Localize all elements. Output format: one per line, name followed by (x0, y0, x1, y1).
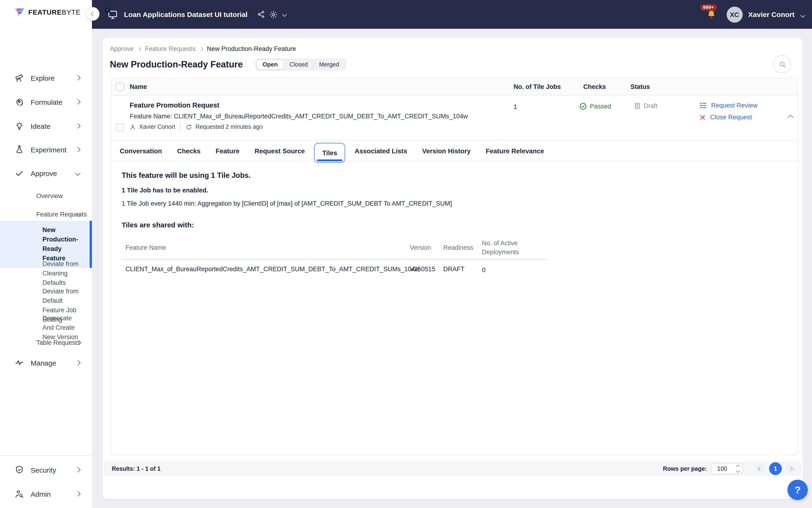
tab-conversation[interactable]: Conversation (112, 140, 170, 161)
sidebar-item-ideate[interactable]: Ideate (0, 119, 92, 133)
sidebar-item-experiment[interactable]: Experiment (0, 142, 92, 157)
table-header-row: Name No. of Tile Jobs Checks Status (111, 78, 798, 95)
select-chevrons-icon (736, 466, 739, 472)
project-title: Loan Applications Dataset UI tutorial (124, 10, 247, 18)
tabs-bar: Conversation Checks Feature Request Sour… (111, 140, 798, 161)
sidebar-item-formulate[interactable]: Formulate (0, 95, 92, 109)
user-avatar[interactable]: XC (726, 6, 742, 23)
close-request-button[interactable]: Close Request (699, 114, 758, 121)
sidebar-item-table-requests[interactable]: Table Requests (0, 336, 92, 348)
user-menu-chevron-icon[interactable] (801, 10, 805, 18)
checkmark-icon (15, 168, 24, 178)
request-state-filter: Open Closed Merged (255, 58, 346, 71)
current-page-button[interactable]: 1 (769, 462, 782, 475)
row-checkbox[interactable] (116, 124, 124, 132)
column-status: Status (630, 83, 650, 90)
refresh-icon (186, 124, 192, 130)
request-detail-panel: Conversation Checks Feature Request Sour… (111, 140, 798, 455)
checks-value: Passed (579, 102, 611, 111)
sidebar-item-admin[interactable]: Admin (0, 487, 92, 501)
x-icon (699, 114, 706, 121)
tab-tiles[interactable]: Tiles (314, 143, 345, 163)
chevron-down-icon (75, 171, 81, 176)
featurebyte-logo-icon (14, 7, 26, 18)
row-actions: Request Review Close Request (699, 101, 758, 121)
environment-selector[interactable]: ✓ Loan Applications Dataset UI tutorial (107, 9, 251, 19)
request-title: Feature Promotion Request (130, 101, 219, 109)
sidebar-item-manage[interactable]: Manage (0, 356, 92, 370)
results-count: Results: 1 - 1 of 1 (112, 465, 161, 472)
shared-deployments: 0 (482, 265, 532, 274)
filter-closed[interactable]: Closed (284, 60, 314, 69)
rows-per-page-select[interactable]: 100 (711, 463, 743, 474)
chevron-right-icon (75, 75, 81, 81)
column-checks: Checks (583, 83, 606, 90)
column-version: Version (410, 244, 431, 251)
sidebar-item-security[interactable]: Security (0, 463, 92, 477)
previous-page-button[interactable] (755, 464, 765, 473)
table-footer: Results: 1 - 1 of 1 Rows per page: 100 1 (105, 462, 801, 475)
chevron-right-icon (75, 360, 81, 366)
chevron-right-icon (75, 123, 81, 129)
lightbulb-icon (15, 121, 24, 131)
request-meta: Xavier Conort Requested 2 minutes ago (130, 124, 263, 130)
tile-job-schedule: 1 Tile Job every 1440 min: Aggregation b… (122, 200, 787, 207)
chevron-right-icon (75, 99, 81, 105)
tab-feature-relevance[interactable]: Feature Relevance (478, 140, 551, 161)
tab-request-source[interactable]: Request Source (247, 140, 312, 161)
tile-jobs-value: 1 (513, 103, 517, 111)
featurebyte-logo[interactable]: FEATUREBYTE (14, 7, 81, 18)
shared-table-row: CLIENT_Max_of_BureauReportedCredits_AMT_… (122, 260, 548, 277)
help-button[interactable]: ? (787, 480, 808, 500)
tab-version-history[interactable]: Version History (415, 140, 478, 161)
sidebar-item-overview[interactable]: Overview (0, 189, 92, 202)
tiles-shared-heading: Tiles are shared with: (122, 221, 787, 229)
checklist-icon (699, 101, 707, 109)
topbar: ✓ Loan Applications Dataset UI tutorial … (92, 0, 812, 29)
status-value: Draft (634, 102, 658, 110)
tab-feature[interactable]: Feature (208, 140, 247, 161)
breadcrumb-current: New Production-Ready Feature (207, 45, 296, 52)
breadcrumb-feature-requests[interactable]: Feature Requests (145, 45, 196, 52)
sidebar-item-approve[interactable]: Approve (0, 166, 92, 180)
sidebar-divider (0, 455, 92, 456)
draft-document-icon (634, 102, 641, 110)
chevron-right-icon (75, 147, 81, 152)
sidebar-item-explore[interactable]: Explore (0, 71, 92, 85)
tab-associated-lists[interactable]: Associated Lists (347, 140, 415, 161)
shared-version: V250515 (410, 265, 435, 272)
sidebar-item-feature-requests[interactable]: Feature Requests (0, 208, 92, 220)
bell-icon (706, 9, 716, 19)
column-active-deployments: No. of Active Deployments (482, 239, 532, 257)
activity-pulse-icon (15, 358, 24, 368)
meta-divider (180, 124, 181, 130)
request-review-button[interactable]: Request Review (699, 101, 758, 109)
breadcrumb: Approve Feature Requests New Production-… (110, 45, 296, 52)
shared-feature-name: CLIENT_Max_of_BureauReportedCredits_AMT_… (126, 265, 419, 272)
page-title: New Production-Ready Feature (110, 59, 243, 70)
gear-icon[interactable] (269, 10, 278, 18)
share-icon[interactable] (257, 10, 265, 18)
requester-name: Xavier Conort (139, 124, 175, 130)
request-feature-name: Feature Name: CLIENT_Max_of_BureauReport… (130, 113, 468, 120)
shared-table-header: Feature Name Version Readiness No. of Ac… (122, 236, 548, 259)
collapse-row-button[interactable] (788, 113, 793, 122)
select-all-checkbox[interactable] (116, 83, 124, 91)
pagination-controls: Rows per page: 100 1 (663, 462, 796, 475)
tile-jobs-summary: This feature will be using 1 Tile Jobs. (122, 171, 787, 180)
breadcrumb-approve[interactable]: Approve (110, 45, 134, 52)
filter-merged[interactable]: Merged (314, 60, 345, 69)
sidebar-collapse-button[interactable] (86, 7, 99, 21)
check-badge-icon: ✓ (105, 7, 110, 12)
search-button[interactable] (773, 55, 791, 73)
shared-readiness: DRAFT (443, 265, 464, 272)
rows-per-page-label: Rows per page: (663, 465, 707, 472)
notifications-bell[interactable]: 999+ (706, 9, 716, 19)
next-page-button[interactable] (786, 464, 796, 473)
filter-open[interactable]: Open (257, 59, 284, 70)
chevron-down-icon[interactable] (283, 13, 286, 16)
content-card: Approve Feature Requests New Production-… (103, 38, 803, 499)
tab-checks[interactable]: Checks (170, 140, 208, 161)
breadcrumb-separator-icon (137, 47, 141, 51)
flask-icon (15, 145, 24, 154)
